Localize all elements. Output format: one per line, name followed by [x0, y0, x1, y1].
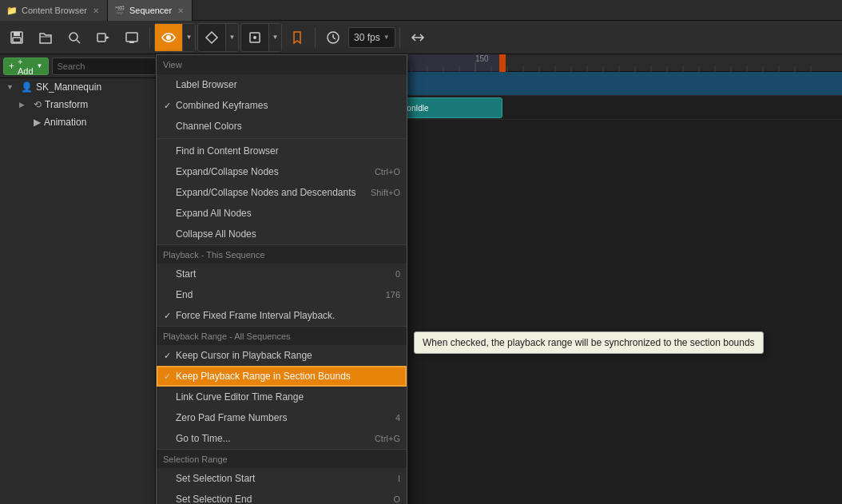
clock-button[interactable] [320, 24, 347, 51]
svg-point-12 [253, 36, 256, 39]
tree-item-animation[interactable]: ▶ Animation [0, 113, 155, 131]
set-end-shortcut: O [393, 494, 400, 504]
transform-icon: ⟲ [34, 99, 42, 110]
go-to-time-label: Go to Time... [176, 433, 231, 444]
search-input[interactable] [52, 58, 173, 75]
combined-keyframes-check: ✓ [161, 101, 173, 111]
menu-item-start[interactable]: Start 0 [157, 264, 407, 284]
svg-rect-7 [126, 33, 137, 42]
menu-section-view: View [157, 55, 407, 74]
menu-item-channel-colors[interactable]: Channel Colors [157, 116, 407, 137]
menu-item-find-in-content-browser[interactable]: Find in Content Browser [157, 141, 407, 161]
fps-dropdown-arrow: ▼ [383, 34, 390, 41]
dropdown-menu: View Label Browser ✓ Combined Keyframes … [156, 54, 407, 504]
svg-rect-2 [13, 38, 21, 42]
selection-range-section-label: Selection Range [163, 454, 228, 464]
tree-label-sk-mannequin: SK_Mannequin [36, 81, 101, 93]
expand-descendants-shortcut: Shift+O [371, 188, 400, 197]
menu-item-label-browser[interactable]: Label Browser [157, 74, 407, 95]
tab-bar: 📁 Content Browser ✕ 🎬 Sequencer ✕ [0, 0, 842, 21]
menu-item-expand-collapse-nodes[interactable]: Expand/Collapse Nodes Ctrl+O [157, 161, 407, 182]
add-label: + Add [18, 57, 34, 76]
svg-point-9 [166, 35, 171, 40]
expand-descendants-label: Expand/Collapse Nodes and Descendants [176, 187, 355, 198]
link-curve-label: Link Curve Editor Time Range [176, 391, 304, 403]
transform-button[interactable] [198, 24, 225, 51]
label-browser-label: Label Browser [176, 79, 237, 90]
tab-sequencer-close[interactable]: ✕ [176, 6, 185, 15]
tree-item-transform[interactable]: ▶ ⟲ Transform [0, 96, 155, 113]
toolbar: ▼ ▼ ▼ 30 fps ▼ [0, 21, 842, 54]
playback-range-section-label: Playback Range - All Sequences [163, 331, 291, 341]
menu-item-keep-playback-range[interactable]: ✓ Keep Playback Range in Section Bounds [157, 366, 407, 387]
keep-playback-range-check: ✓ [161, 371, 173, 382]
tab-sequencer[interactable]: 🎬 Sequencer ✕ [108, 0, 193, 21]
browse-button[interactable] [32, 24, 59, 51]
snap-button[interactable] [241, 24, 268, 51]
view-section-label: View [163, 60, 182, 69]
svg-line-4 [77, 40, 80, 43]
menu-item-end[interactable]: End 176 [157, 284, 407, 305]
svg-line-15 [333, 38, 336, 39]
svg-point-3 [70, 33, 77, 41]
transform-dropdown-arrow[interactable]: ▼ [225, 24, 238, 51]
tree-label-animation: Animation [44, 117, 86, 128]
end-shortcut: 176 [386, 290, 400, 300]
menu-item-keep-cursor[interactable]: ✓ Keep Cursor in Playback Range [157, 345, 407, 366]
zero-pad-shortcut: 4 [395, 413, 400, 423]
menu-item-force-fixed-frame[interactable]: ✓ Force Fixed Frame Interval Playback. [157, 305, 407, 326]
snap-dropdown-arrow[interactable]: ▼ [268, 24, 281, 51]
force-fixed-check: ✓ [161, 311, 173, 321]
menu-item-zero-pad-frames[interactable]: Zero Pad Frame Numbers 4 [157, 407, 407, 428]
mannequin-icon: 👤 [21, 81, 33, 93]
fps-selector[interactable]: 30 fps ▼ [348, 27, 395, 48]
transform-expand-icon: ▶ [19, 101, 30, 109]
start-label: Start [176, 268, 196, 280]
menu-item-link-curve-editor[interactable]: Link Curve Editor Time Range [157, 387, 407, 407]
tab-content-browser[interactable]: 📁 Content Browser ✕ [0, 0, 108, 21]
menu-item-collapse-all-nodes[interactable]: Collapse All Nodes [157, 224, 407, 244]
view-dropdown-arrow[interactable]: ▼ [182, 24, 195, 51]
end-label: End [176, 289, 193, 300]
render-button[interactable] [118, 24, 145, 51]
menu-item-expand-collapse-descendants[interactable]: Expand/Collapse Nodes and Descendants Sh… [157, 182, 407, 203]
transform-dropdown-group[interactable]: ▼ [197, 23, 239, 52]
tab-sequencer-label: Sequencer [129, 6, 172, 15]
expand-collapse-label: Expand/Collapse Nodes [176, 166, 279, 177]
content-browser-icon: 📁 [6, 6, 18, 16]
view-button[interactable] [155, 24, 182, 51]
tree-item-sk-mannequin[interactable]: ▼ 👤 SK_Mannequin [0, 78, 155, 96]
save-button[interactable] [3, 24, 30, 51]
combined-keyframes-label: Combined Keyframes [176, 100, 268, 111]
tooltip-box: When checked, the playback range will be… [414, 331, 764, 354]
add-dropdown-arrow: ▼ [37, 62, 43, 69]
collapse-all-label: Collapse All Nodes [176, 228, 256, 240]
search-button[interactable] [61, 24, 88, 51]
sequencer-icon: 🎬 [114, 6, 125, 16]
expand-icon: ▼ [6, 83, 18, 91]
extra-button[interactable] [404, 24, 431, 51]
snap-dropdown-group[interactable]: ▼ [240, 23, 282, 52]
keep-playback-range-label: Keep Playback Range in Section Bounds [176, 371, 351, 382]
find-label: Find in Content Browser [176, 145, 279, 157]
set-start-shortcut: I [398, 474, 400, 483]
add-button[interactable]: + + Add ▼ [3, 58, 49, 75]
menu-item-set-selection-start[interactable]: Set Selection Start I [157, 468, 407, 489]
zero-pad-label: Zero Pad Frame Numbers [176, 412, 287, 423]
menu-section-playback-range: Playback Range - All Sequences [157, 326, 407, 345]
start-shortcut: 0 [395, 269, 400, 279]
bookmark-button[interactable] [284, 24, 311, 51]
tab-content-browser-label: Content Browser [22, 6, 87, 15]
expand-all-label: Expand All Nodes [176, 208, 252, 219]
tab-content-browser-close[interactable]: ✕ [91, 6, 101, 15]
svg-marker-10 [206, 32, 217, 43]
view-dropdown-group[interactable]: ▼ [154, 23, 196, 52]
menu-item-combined-keyframes[interactable]: ✓ Combined Keyframes [157, 95, 407, 116]
menu-item-expand-all-nodes[interactable]: Expand All Nodes [157, 203, 407, 224]
record-button[interactable] [89, 24, 117, 51]
svg-rect-5 [97, 34, 105, 42]
menu-item-go-to-time[interactable]: Go to Time... Ctrl+G [157, 428, 407, 449]
tree-label-transform: Transform [45, 99, 88, 110]
menu-item-set-selection-end[interactable]: Set Selection End O [157, 489, 407, 504]
go-to-time-shortcut: Ctrl+G [375, 434, 400, 443]
